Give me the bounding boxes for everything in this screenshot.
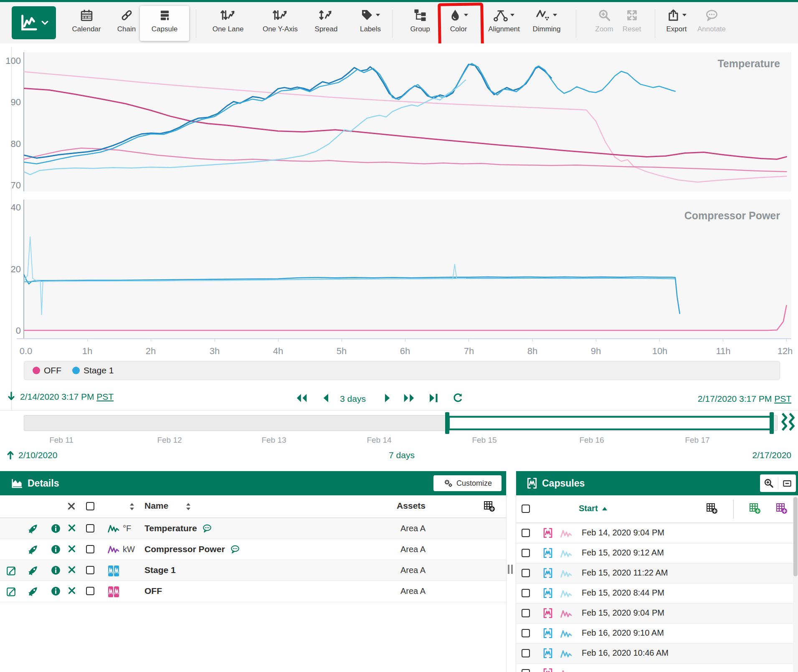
display-range-start[interactable]: 2/14/2020 3:17 PM PST [20, 392, 114, 402]
capsule-row[interactable]: Feb 15, 2020 11:22 AM [516, 563, 798, 583]
annotation-bubble-icon[interactable] [230, 544, 240, 554]
customize-button[interactable]: Customize [433, 475, 502, 491]
capsule-row[interactable]: Feb 16, 2020 9:10 AM [516, 623, 798, 644]
remove-icon[interactable] [67, 544, 76, 553]
timezone-link[interactable]: PST [774, 394, 791, 403]
rocket-icon[interactable] [28, 586, 38, 597]
start-column-header[interactable]: Start [579, 504, 608, 513]
capsules-scrollbar[interactable] [793, 495, 798, 672]
alignment-button[interactable]: Alignment [479, 6, 529, 41]
edit-icon[interactable] [6, 586, 17, 597]
annotate-button[interactable]: Annotate [687, 6, 736, 41]
rocket-icon[interactable] [28, 523, 38, 534]
info-icon[interactable] [51, 544, 61, 555]
details-row-stage1[interactable]: Stage 1 Area A [0, 560, 506, 581]
timebar-left-handle[interactable] [445, 412, 449, 434]
reset-button[interactable]: Reset [607, 6, 656, 41]
row-checkbox[interactable] [522, 529, 530, 537]
series-power-off [24, 306, 786, 330]
row-checkbox[interactable] [86, 545, 94, 553]
investigate-range-duration[interactable]: 7 days [389, 450, 415, 460]
row-checkbox[interactable] [522, 549, 530, 557]
legend-item-off[interactable]: OFF [33, 365, 61, 375]
dimming-button[interactable]: Dimming [522, 6, 571, 41]
capsule-row[interactable]: Feb 15, 2020 9:12 AM [516, 543, 798, 563]
section-divider [0, 410, 798, 411]
remove-icon[interactable] [67, 523, 76, 533]
add-stat-column-green-icon[interactable] [749, 502, 761, 514]
info-icon[interactable] [51, 565, 61, 576]
add-column-icon[interactable] [706, 502, 718, 514]
add-stat-column-purple-icon[interactable] [776, 502, 788, 514]
select-all-checkbox[interactable] [522, 505, 530, 513]
color-button[interactable]: Color [434, 6, 483, 41]
capsule-row[interactable] [516, 663, 798, 672]
info-icon[interactable] [51, 586, 61, 596]
assets-column-header[interactable]: Assets [397, 501, 426, 511]
row-checkbox[interactable] [86, 587, 94, 595]
investigate-range-end[interactable]: 2/17/2020 [752, 450, 791, 460]
sort-icon[interactable] [129, 502, 135, 512]
timezone-link[interactable]: PST [96, 392, 114, 401]
capsule-start-time: Feb 16, 2020 9:10 AM [582, 628, 664, 638]
info-icon[interactable] [51, 523, 61, 534]
step-forward-half-icon[interactable] [381, 392, 393, 404]
capsule-time-button[interactable]: Capsule [140, 6, 189, 41]
remove-all-icon[interactable] [67, 502, 76, 511]
panel-resize-handle[interactable] [508, 565, 513, 574]
row-checkbox[interactable] [522, 569, 530, 577]
row-checkbox[interactable] [522, 589, 530, 597]
temperature-series [24, 52, 791, 191]
one-y-axis-button[interactable]: One Y-Axis [256, 6, 305, 41]
asset-label: Area A [400, 586, 426, 596]
sort-icon[interactable] [185, 502, 192, 512]
name-column-header[interactable]: Name [144, 501, 168, 511]
step-to-end-icon[interactable] [428, 392, 440, 404]
labels-button[interactable]: Labels [346, 6, 395, 41]
spread-button[interactable]: Spread [301, 6, 351, 41]
legend-item-stage1[interactable]: Stage 1 [72, 365, 114, 375]
step-back-full-icon[interactable] [295, 392, 308, 404]
remove-icon[interactable] [67, 586, 76, 595]
capsules-panel-header: Capsules [516, 471, 798, 495]
chevron-down-icon [41, 19, 49, 27]
add-column-icon[interactable] [484, 500, 495, 512]
capsules-zoom-button[interactable] [760, 474, 778, 492]
row-checkbox[interactable] [522, 669, 530, 672]
step-back-half-icon[interactable] [320, 392, 332, 404]
capsules-collapse-button[interactable] [778, 474, 796, 492]
row-checkbox[interactable] [86, 566, 94, 574]
series-power-stage1-dark [24, 274, 680, 314]
worksheet-view-selector-button[interactable] [12, 6, 56, 39]
display-range-end[interactable]: 2/17/2020 3:17 PM PST [698, 394, 791, 403]
display-duration[interactable]: 3 days [334, 394, 372, 404]
details-row-off[interactable]: OFF Area A [0, 581, 506, 602]
row-checkbox[interactable] [522, 649, 530, 657]
signal-wave-icon [560, 629, 573, 639]
details-table-header: Name Assets [0, 495, 506, 518]
scrollbar-thumb[interactable] [793, 497, 798, 576]
timebar-right-handle[interactable] [770, 412, 774, 434]
details-row-temperature[interactable]: °F Temperature Area A [0, 518, 506, 539]
capsule-row[interactable]: Feb 16, 2020 10:46 AM [516, 643, 798, 664]
capsule-row[interactable]: Feb 15, 2020 8:44 PM [516, 583, 798, 604]
row-checkbox[interactable] [522, 609, 530, 617]
one-lane-button[interactable]: One Lane [203, 6, 253, 41]
details-row-compressor-power[interactable]: kW Compressor Power Area A [0, 539, 506, 560]
rocket-icon[interactable] [28, 544, 38, 555]
capsule-row[interactable]: Feb 15, 2020 9:04 PM [516, 603, 798, 624]
investigate-range-start[interactable]: 2/10/2020 [18, 450, 57, 460]
gears-icon [443, 478, 453, 488]
refresh-icon[interactable] [452, 392, 464, 404]
select-all-checkbox[interactable] [86, 502, 94, 510]
edit-icon[interactable] [6, 565, 17, 576]
remove-icon[interactable] [67, 565, 76, 574]
row-checkbox[interactable] [86, 524, 94, 533]
row-checkbox[interactable] [522, 629, 530, 637]
annotation-bubble-icon[interactable] [202, 523, 212, 533]
rocket-icon[interactable] [28, 565, 38, 576]
capsule-row[interactable]: Feb 14, 2020 9:04 PM [516, 523, 798, 543]
step-forward-full-icon[interactable] [403, 392, 416, 404]
timebar-selected-region[interactable] [448, 416, 772, 430]
capsule-timebar-icon[interactable] [779, 413, 796, 431]
